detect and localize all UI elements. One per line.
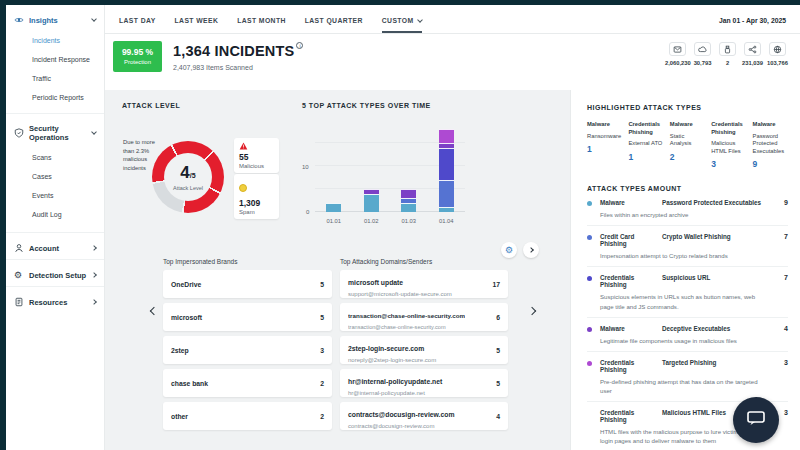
amount-type: Crypto Wallet Phishing bbox=[662, 233, 778, 240]
attack-level-gauge: 4/5 Attack Level bbox=[152, 141, 224, 213]
amount-value: 7 bbox=[784, 274, 788, 281]
dashboard-body: ATTACK LEVEL Due to more than 2.3% malic… bbox=[105, 90, 570, 450]
chart-next-button[interactable] bbox=[523, 242, 539, 258]
brand-name: microsoft bbox=[171, 314, 202, 321]
spam-count: 1,309 bbox=[239, 198, 274, 208]
bar-segment bbox=[439, 180, 454, 208]
amount-row[interactable]: Credit Card Phishing Crypto Wallet Phish… bbox=[587, 226, 788, 267]
highlighted-category: Malware bbox=[587, 121, 622, 129]
highlighted-value: 3 bbox=[711, 159, 746, 169]
amount-type: Password Protected Executables bbox=[662, 199, 778, 206]
sidebar-section-label: Account bbox=[29, 244, 87, 253]
sidebar-section-insights[interactable]: Insights bbox=[6, 5, 104, 31]
brand-count: 3 bbox=[320, 347, 324, 354]
sidebar-section-label: Detection Setup bbox=[29, 271, 87, 280]
highlighted-type: Password Protected Executables bbox=[753, 133, 788, 156]
incidents-summary: 1,364 INCIDENTSi 2,407,983 Items Scanned bbox=[173, 42, 303, 71]
highlighted-value: 1 bbox=[587, 144, 622, 154]
brand-count: 5 bbox=[320, 314, 324, 321]
tab-custom-label: CUSTOM bbox=[382, 17, 414, 24]
channel-browser-value: 103,766 bbox=[765, 60, 790, 66]
brand-row[interactable]: chase bank 2 bbox=[163, 369, 332, 397]
sidebar-item-audit-log[interactable]: Audit Log bbox=[6, 205, 104, 224]
sidebar-item-cases[interactable]: Cases bbox=[6, 167, 104, 186]
bar-01.04: 01.04 bbox=[439, 129, 454, 212]
amount-row[interactable]: Credentials Phishing Suspicious URL 7 Su… bbox=[587, 267, 788, 317]
sidebar-section-resources[interactable]: Resources bbox=[6, 286, 104, 313]
domain-email: transaction@chase-online-security.com bbox=[348, 324, 465, 330]
carousel-prev-button[interactable] bbox=[150, 307, 158, 315]
domain-row[interactable]: hr@internal-policyupdate.net hr@internal… bbox=[340, 369, 508, 397]
carousel-next-button[interactable] bbox=[528, 307, 536, 315]
sidebar-section-account[interactable]: Account bbox=[6, 232, 104, 259]
amount-category: Malware bbox=[600, 199, 662, 206]
highlighted-type: Ransomware bbox=[587, 133, 622, 141]
domain-name: microsoft update bbox=[348, 279, 403, 286]
bar-segment bbox=[401, 189, 416, 198]
user-icon bbox=[14, 243, 24, 253]
sidebar-section-detection-setup[interactable]: ⚙ Detection Setup bbox=[6, 259, 104, 286]
amount-category: Credentials Phishing bbox=[600, 359, 662, 373]
brand-row[interactable]: other 2 bbox=[163, 402, 332, 430]
highlighted-value: 1 bbox=[628, 152, 663, 162]
domain-row[interactable]: transaction@chase-online-security.com tr… bbox=[340, 303, 508, 331]
highlighted-item: Credentials Phishing Malicious HTML File… bbox=[711, 121, 746, 169]
spam-card: 1,309 Spam bbox=[234, 174, 279, 219]
email-icon bbox=[669, 42, 686, 56]
sidebar-item-traffic[interactable]: Traffic bbox=[6, 69, 104, 88]
items-scanned-label: 2,407,983 Items Scanned bbox=[173, 64, 303, 71]
sidebar-item-periodic-reports[interactable]: Periodic Reports bbox=[6, 88, 104, 107]
warning-triangle-icon bbox=[239, 142, 274, 150]
highlighted-title: HIGHLIGHTED ATTACK TYPES bbox=[587, 104, 788, 111]
chart-settings-button[interactable]: ⚙ bbox=[501, 242, 517, 258]
chevron-right-icon bbox=[91, 299, 97, 305]
sidebar-item-incidents[interactable]: Incidents bbox=[6, 31, 104, 50]
amount-category: Credentials Phishing bbox=[600, 274, 662, 288]
amount-value: 9 bbox=[784, 199, 788, 206]
gear-icon: ⚙ bbox=[14, 270, 24, 280]
sidebar-item-incident-response[interactable]: Incident Response bbox=[6, 50, 104, 69]
amount-row[interactable]: Credentials Phishing Targeted Phishing 3… bbox=[587, 352, 788, 402]
brand-count: 2 bbox=[320, 413, 324, 420]
series-dot bbox=[587, 276, 592, 281]
amount-row[interactable]: Malware Password Protected Executables 9… bbox=[587, 192, 788, 226]
brand-name: chase bank bbox=[171, 380, 208, 387]
sidebar-item-scans[interactable]: Scans bbox=[6, 148, 104, 167]
highlighted-item: Malware Ransomware 1 bbox=[587, 121, 622, 169]
x-tick-label: 01.04 bbox=[439, 218, 454, 224]
brand-name: other bbox=[171, 413, 188, 420]
amount-value: 3 bbox=[784, 359, 788, 366]
tab-last-week[interactable]: LAST WEEK bbox=[175, 17, 219, 33]
amount-row[interactable]: Malware Deceptive Executables 4 Legitima… bbox=[587, 318, 788, 352]
chevron-right-icon bbox=[91, 245, 97, 251]
document-icon bbox=[14, 297, 24, 307]
domain-row[interactable]: 2step-login-secure.com noreply@2step-log… bbox=[340, 336, 508, 364]
chart-bars: 01.0101.0201.0301.04 bbox=[315, 120, 465, 212]
tab-last-day[interactable]: LAST DAY bbox=[119, 17, 156, 33]
domain-row[interactable]: microsoft update support@microsoft-updat… bbox=[340, 270, 508, 298]
brands-list-title: Top Impersonated Brands bbox=[163, 258, 237, 265]
sidebar: Insights Incidents Incident Response Tra… bbox=[6, 5, 105, 450]
tab-last-month[interactable]: LAST MONTH bbox=[237, 17, 286, 33]
domain-count: 17 bbox=[492, 281, 500, 288]
channel-cloud-value: 30,793 bbox=[690, 60, 715, 66]
info-icon[interactable]: i bbox=[296, 42, 303, 49]
support-chat-button[interactable] bbox=[733, 397, 779, 443]
domain-email: hr@internal-policyupdate.net bbox=[348, 390, 442, 396]
tab-custom[interactable]: CUSTOM bbox=[382, 17, 422, 33]
tab-last-quarter[interactable]: LAST QUARTER bbox=[305, 17, 363, 33]
channel-browser: 103,766 bbox=[765, 42, 790, 66]
sidebar-section-security-operations[interactable]: Security Operations bbox=[6, 113, 104, 148]
series-dot bbox=[587, 235, 592, 240]
brand-row[interactable]: microsoft 5 bbox=[163, 303, 332, 331]
domain-row[interactable]: contracts@docusign-review.com contracts@… bbox=[340, 402, 508, 430]
highlighted-category: Malware bbox=[670, 121, 705, 129]
brand-row[interactable]: 2step 3 bbox=[163, 336, 332, 364]
highlighted-type: External ATO bbox=[628, 140, 663, 148]
domain-count: 5 bbox=[496, 347, 500, 354]
channel-cloud: 30,793 bbox=[690, 42, 715, 66]
attack-level-gauge-center: 4/5 Attack Level bbox=[164, 153, 212, 201]
amount-category: Malware bbox=[600, 325, 662, 332]
brand-row[interactable]: OneDrive 5 bbox=[163, 270, 332, 298]
sidebar-item-events[interactable]: Events bbox=[6, 186, 104, 205]
